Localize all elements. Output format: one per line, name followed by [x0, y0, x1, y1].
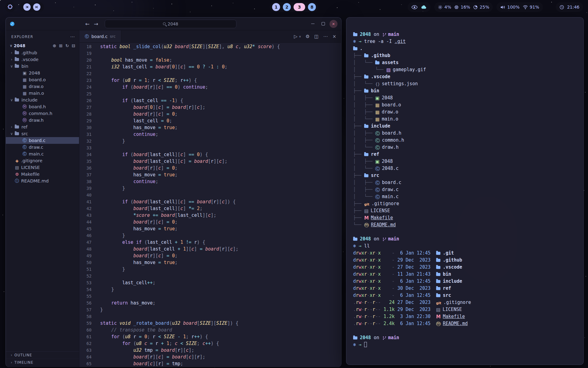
line-number[interactable]: 49 — [79, 252, 92, 259]
workspace-3-active[interactable]: 3 — [294, 3, 305, 11]
line-number[interactable]: 39 — [79, 185, 92, 192]
line-number[interactable]: 24 — [79, 84, 92, 90]
explorer-item-.github[interactable]: ›.github — [6, 49, 79, 56]
explorer-item-main.c[interactable]: Ⓒmain.c — [6, 151, 79, 157]
line-number[interactable]: 43 — [79, 212, 92, 219]
new-folder-icon[interactable]: ⊞ — [59, 43, 63, 48]
explorer-item-.gitignore[interactable]: ◈.gitignore — [6, 157, 79, 164]
timeline-section[interactable]: › TIMELINE — [6, 359, 79, 366]
line-number[interactable]: 33 — [79, 144, 92, 151]
line-number[interactable]: 37 — [79, 171, 92, 178]
line-number[interactable]: 25 — [79, 90, 92, 97]
line-number[interactable]: 41 — [79, 198, 92, 205]
line-number[interactable]: 31 — [79, 131, 92, 138]
close-button[interactable]: × — [330, 20, 337, 28]
collapse-folders-icon[interactable]: ⊟ — [72, 43, 75, 48]
refresh-explorer-icon[interactable]: ↻ — [66, 43, 69, 48]
explorer-item-main.o[interactable]: ▦main.o — [6, 90, 79, 97]
line-number[interactable]: 38 — [79, 178, 92, 185]
line-number[interactable]: 28 — [79, 111, 92, 117]
media-next-button[interactable] — [33, 3, 40, 11]
explorer-item-.vscode[interactable]: ›.vscode — [6, 56, 79, 63]
command-center-search[interactable]: 2048 — [105, 20, 236, 28]
explorer-item-src[interactable]: ∨src — [6, 130, 79, 137]
audio-network[interactable]: 100% 91% — [496, 2, 543, 12]
run-dropdown-icon[interactable]: ∨ — [299, 35, 301, 38]
minimize-button[interactable] — [309, 20, 317, 28]
line-number[interactable]: 54 — [79, 286, 92, 293]
line-number[interactable]: 44 — [79, 219, 92, 225]
explorer-more-actions-icon[interactable]: ⋯ — [70, 34, 75, 40]
line-number[interactable]: 22 — [79, 70, 92, 77]
line-number[interactable]: 36 — [79, 165, 92, 171]
explorer-item-common.h[interactable]: Ⓗcommon.h — [6, 110, 79, 117]
workspace-8[interactable]: 8 — [308, 3, 316, 11]
line-number[interactable]: 47 — [79, 239, 92, 246]
more-actions-icon[interactable]: ⋯ — [323, 34, 328, 39]
explorer-item-board.c[interactable]: Ⓒboard.c — [6, 137, 79, 144]
explorer-item-draw.o[interactable]: ▦draw.o — [6, 83, 79, 90]
explorer-item-include[interactable]: ∨include — [6, 97, 79, 103]
explorer-item-draw.c[interactable]: Ⓒdraw.c — [6, 144, 79, 151]
explorer-item-LICENSE[interactable]: ▤LICENSE — [6, 164, 79, 171]
line-number[interactable]: 56 — [79, 300, 92, 306]
history-forward-button[interactable]: → — [92, 21, 100, 27]
explorer-item-2048[interactable]: ▣2048 — [6, 70, 79, 76]
line-number[interactable]: 20 — [79, 57, 92, 63]
new-file-icon[interactable]: ⊕ — [53, 43, 56, 48]
run-button[interactable]: ▷ — [294, 34, 298, 39]
split-editor-icon[interactable]: ◫ — [314, 34, 318, 39]
line-number[interactable]: 52 — [79, 273, 92, 279]
line-number[interactable]: 48 — [79, 246, 92, 252]
tab-board.c[interactable]: Ⓒ board.c src — [79, 30, 121, 42]
eye-icon[interactable] — [411, 5, 418, 10]
weather-cloud-icon[interactable] — [421, 5, 427, 9]
close-editor-icon[interactable]: × — [332, 34, 336, 39]
line-number[interactable]: 27 — [79, 104, 92, 111]
history-back-button[interactable]: ← — [83, 21, 92, 27]
line-number[interactable]: 62 — [79, 340, 92, 347]
line-number[interactable]: 65 — [79, 360, 92, 367]
line-number[interactable]: 59 — [79, 320, 92, 327]
line-number[interactable]: 53 — [79, 279, 92, 286]
explorer-item-board.h[interactable]: Ⓗboard.h — [6, 103, 79, 110]
clock-module[interactable]: 21:46 — [556, 2, 583, 12]
media-prev-button[interactable] — [23, 3, 31, 11]
line-number[interactable]: 57 — [79, 306, 92, 313]
line-number[interactable]: 55 — [79, 293, 92, 300]
line-number[interactable]: 46 — [79, 232, 92, 239]
line-number[interactable]: 23 — [79, 77, 92, 84]
editor-titlebar[interactable]: ← → 2048 × — [6, 17, 341, 30]
line-number[interactable]: 21 — [79, 63, 92, 70]
line-number[interactable]: 61 — [79, 333, 92, 340]
explorer-item-draw.h[interactable]: Ⓗdraw.h — [6, 117, 79, 124]
line-number[interactable]: 19 — [79, 50, 92, 57]
line-number[interactable]: 35 — [79, 158, 92, 165]
line-number[interactable]: 51 — [79, 266, 92, 273]
explorer-project-row[interactable]: ∨ 2048 ⊕ ⊞ ↻ ⊟ — [6, 42, 79, 49]
terminal-content[interactable]: 2048 on main❄ → tree -a -I .git.├── .git… — [346, 17, 583, 365]
explorer-item-bin[interactable]: ∨bin — [6, 63, 79, 70]
maximize-button[interactable] — [319, 20, 327, 28]
system-stats[interactable]: 4% 16% 25% — [434, 2, 493, 12]
line-number-gutter[interactable]: 1819202122232425262728293031323334353637… — [79, 43, 95, 367]
line-number[interactable]: 50 — [79, 259, 92, 266]
explorer-item-Makefile[interactable]: ⚙Makefile — [6, 171, 79, 178]
line-number[interactable]: 63 — [79, 347, 92, 354]
line-number[interactable]: 60 — [79, 327, 92, 333]
line-number[interactable]: 29 — [79, 117, 92, 124]
line-number[interactable]: 18 — [79, 43, 92, 50]
explorer-item-ref[interactable]: ›ref — [6, 124, 79, 130]
line-number[interactable]: 32 — [79, 138, 92, 144]
workspace-2[interactable]: 2 — [283, 3, 291, 11]
line-number[interactable]: 30 — [79, 124, 92, 131]
settings-gear-icon[interactable]: ⚙ — [306, 34, 310, 39]
explorer-item-board.o[interactable]: ▦board.o — [6, 76, 79, 83]
line-number[interactable]: 40 — [79, 192, 92, 198]
line-number[interactable]: 42 — [79, 205, 92, 212]
outline-section[interactable]: › OUTLINE — [6, 352, 79, 359]
code-content[interactable]: static bool _slide_col(u32 board[SIZE][S… — [100, 43, 341, 367]
line-number[interactable]: 34 — [79, 151, 92, 158]
explorer-item-README.md[interactable]: ⓘREADME.md — [6, 178, 79, 184]
line-number[interactable]: 26 — [79, 97, 92, 104]
